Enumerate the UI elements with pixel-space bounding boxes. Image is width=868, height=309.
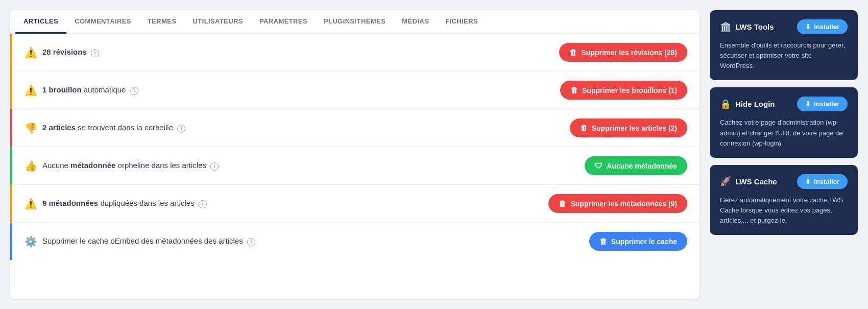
trash-icon-5: 🗑 (599, 237, 607, 246)
warning-icon-3: ⚠️ (25, 198, 37, 210)
trash-icon: 🗑 (569, 48, 577, 57)
lws-cache-icon: 🚀 (720, 176, 731, 187)
thumbs-down-icon: 👎 (25, 122, 37, 134)
info-icon-brouillon[interactable]: i (130, 87, 138, 95)
lws-cache-description: Gérez automatiquement votre cache LWS Ca… (720, 195, 848, 226)
trash-icon-4: 🗑 (559, 199, 566, 208)
info-icon-meta-orpheline[interactable]: i (210, 162, 219, 171)
gear-icon: ⚙️ (25, 235, 37, 248)
hide-login-icon: 🔒 (720, 99, 731, 110)
row-brouillon: ⚠️ 1 brouillon automatique i 🗑 Supprimer… (10, 72, 700, 109)
row-metadonnees-dupliquees: ⚠️ 9 métadonnées dupliquées dans les art… (10, 185, 700, 223)
row-cache-left: ⚙️ Supprimer le cache oEmbed des métadon… (25, 235, 255, 248)
plugin-hide-login-header: 🔒 Hide Login ⬇ Installer (720, 97, 848, 111)
lws-tools-icon: 🏛️ (720, 21, 731, 33)
row-corbeille: 👎 2 articles se trouvent dans la corbeil… (10, 109, 700, 147)
tab-parametres[interactable]: PARAMÈTRES (251, 10, 316, 34)
lws-tools-description: Ensemble d'outils et raccourcis pour gér… (720, 40, 848, 71)
row-cache-oembed: ⚙️ Supprimer le cache oEmbed des métadon… (10, 223, 700, 260)
plugin-card-lws-tools: 🏛️ LWS Tools ⬇ Installer Ensemble d'outi… (710, 10, 858, 80)
download-icon-2: ⬇ (805, 100, 811, 108)
download-icon-3: ⬇ (805, 178, 811, 185)
shield-check-icon: 🛡 (595, 161, 602, 170)
rows-container: ⚠️ 28 révisions i 🗑 Supprimer les révisi… (10, 34, 700, 260)
plugin-hide-login-title: 🔒 Hide Login (720, 99, 775, 110)
tab-plugins-themes[interactable]: PLUGINS/THÈMES (316, 10, 394, 34)
info-icon-cache[interactable]: i (247, 238, 255, 246)
trash-icon-3: 🗑 (580, 124, 588, 132)
install-lws-cache-button[interactable]: ⬇ Installer (797, 174, 848, 189)
install-hide-login-button[interactable]: ⬇ Installer (797, 97, 848, 111)
row-corbeille-left: 👎 2 articles se trouvent dans la corbeil… (25, 122, 185, 134)
delete-cache-button[interactable]: 🗑 Supprimer le cache (589, 232, 687, 251)
row-meta-orpheline-left: 👍 Aucune métadonnée orpheline dans les a… (25, 160, 219, 172)
corbeille-text: 2 articles se trouvent dans la corbeille… (42, 123, 185, 132)
no-metadata-button[interactable]: 🛡 Aucune métadonnée (585, 156, 687, 175)
meta-orpheline-text: Aucune métadonnée orpheline dans les art… (42, 161, 219, 170)
tab-articles[interactable]: ARTICLES (15, 10, 66, 34)
row-revisions: ⚠️ 28 révisions i 🗑 Supprimer les révisi… (10, 34, 700, 72)
tab-medias[interactable]: MÉDIAS (394, 10, 437, 34)
row-brouillon-left: ⚠️ 1 brouillon automatique i (25, 84, 138, 97)
thumbs-up-icon: 👍 (25, 160, 37, 172)
main-panel: ARTICLES COMMENTAIRES TERMES UTILISATEUR… (10, 10, 700, 299)
tab-utilisateurs[interactable]: UTILISATEURS (185, 10, 251, 34)
delete-brouillons-button[interactable]: 🗑 Supprimer les brouillons (1) (560, 81, 687, 100)
tabs-container: ARTICLES COMMENTAIRES TERMES UTILISATEUR… (10, 10, 700, 34)
row-metadonnees-orphelines: 👍 Aucune métadonnée orpheline dans les a… (10, 147, 700, 185)
hide-login-description: Cachez votre page d'administration (wp-a… (720, 117, 848, 148)
brouillon-text: 1 brouillon automatique i (42, 85, 138, 94)
sidebar: 🏛️ LWS Tools ⬇ Installer Ensemble d'outi… (710, 10, 858, 299)
plugin-card-lws-cache: 🚀 LWS Cache ⬇ Installer Gérez automatiqu… (710, 165, 858, 235)
trash-icon-2: 🗑 (570, 86, 578, 94)
tab-fichiers[interactable]: FICHIERS (437, 10, 486, 34)
plugin-lws-tools-header: 🏛️ LWS Tools ⬇ Installer (720, 19, 848, 34)
cache-text: Supprimer le cache oEmbed des métadonnée… (42, 236, 255, 246)
plugin-lws-cache-header: 🚀 LWS Cache ⬇ Installer (720, 174, 848, 189)
info-icon-corbeille[interactable]: i (177, 125, 185, 133)
tab-termes[interactable]: TERMES (139, 10, 185, 34)
delete-metadonnees-button[interactable]: 🗑 Supprimer les métadonnées (9) (548, 194, 687, 213)
delete-articles-button[interactable]: 🗑 Supprimer les articles (2) (570, 118, 687, 137)
warning-icon-2: ⚠️ (25, 84, 37, 97)
revisions-text: 28 révisions i (42, 47, 99, 57)
install-lws-tools-button[interactable]: ⬇ Installer (797, 19, 848, 34)
row-revisions-left: ⚠️ 28 révisions i (25, 46, 99, 59)
plugin-lws-cache-title: 🚀 LWS Cache (720, 176, 777, 187)
warning-icon: ⚠️ (25, 46, 37, 59)
delete-revisions-button[interactable]: 🗑 Supprimer les révisions (28) (559, 43, 687, 62)
meta-dup-text: 9 métadonnées dupliquées dans les articl… (42, 199, 207, 208)
plugin-card-hide-login: 🔒 Hide Login ⬇ Installer Cachez votre pa… (710, 87, 858, 157)
plugin-lws-tools-title: 🏛️ LWS Tools (720, 21, 774, 33)
download-icon: ⬇ (805, 23, 811, 31)
tab-commentaires[interactable]: COMMENTAIRES (66, 10, 139, 34)
info-icon-revisions[interactable]: i (91, 49, 99, 57)
info-icon-meta-dup[interactable]: i (199, 200, 207, 208)
row-meta-dup-left: ⚠️ 9 métadonnées dupliquées dans les art… (25, 198, 207, 210)
